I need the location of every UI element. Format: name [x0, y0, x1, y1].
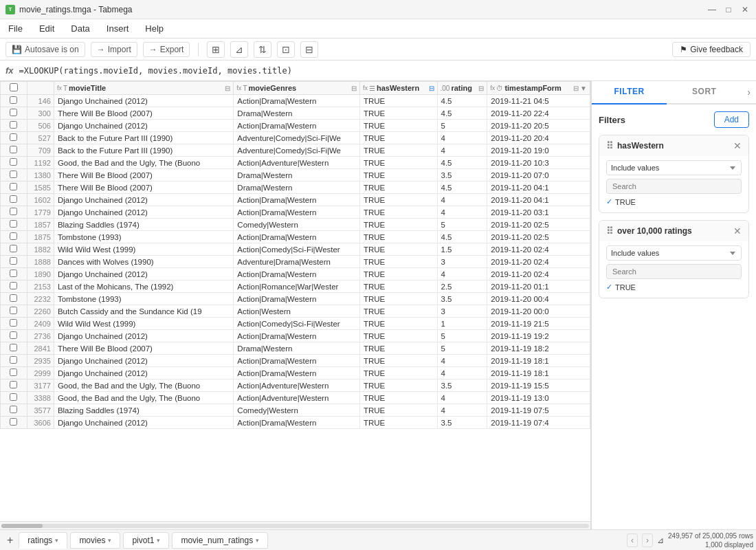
horizontal-scrollbar[interactable] — [0, 521, 590, 529]
haswestern-header[interactable]: fx ☰ hasWestern ⊟ — [359, 82, 437, 95]
row-checkbox[interactable] — [10, 307, 17, 314]
maximize-button[interactable]: □ — [723, 4, 734, 15]
rating-type-dot: .00 — [441, 85, 450, 92]
row-rating: 4 — [437, 268, 487, 280]
row-title: Good, the Bad and the Ugly, The (Buono — [54, 380, 233, 392]
filter-over10k-close-button[interactable]: ✕ — [733, 226, 742, 236]
export-button[interactable]: → Export — [143, 42, 190, 57]
sheet-tab-movies[interactable]: movies ▾ — [70, 532, 120, 549]
row-checkbox[interactable] — [10, 109, 17, 116]
row-checkbox[interactable] — [10, 319, 17, 327]
row-checkbox[interactable] — [10, 381, 17, 388]
sheet-tab-movie-num-ratings[interactable]: movie_num_ratings ▾ — [172, 532, 268, 549]
rating-filter-icon[interactable]: ⊟ — [478, 85, 484, 92]
row-checkbox[interactable] — [10, 133, 17, 141]
filter-over10k-type-select[interactable]: Include values — [606, 245, 742, 261]
menu-file[interactable]: File — [5, 22, 25, 35]
columns-button[interactable]: ⊞ — [207, 41, 225, 58]
filter-haswestern-search-input[interactable] — [606, 179, 742, 194]
row-checkbox[interactable] — [10, 183, 17, 190]
chart-button[interactable]: ⊟ — [300, 41, 318, 58]
filter-over10k-search-input[interactable] — [606, 264, 742, 279]
movietitle-filter-icon[interactable]: ⊟ — [225, 85, 230, 92]
filter-haswestern-drag-icon[interactable]: ⠿ — [606, 140, 613, 151]
row-checkbox[interactable] — [10, 356, 17, 364]
panel-tabs: FILTER SORT › — [592, 81, 756, 104]
filter-haswestern-value-label: TRUE — [615, 198, 636, 206]
sheet-tab-pivot1[interactable]: pivot1 ▾ — [123, 532, 169, 549]
menu-data[interactable]: Data — [68, 22, 92, 35]
minimize-button[interactable]: — — [707, 4, 718, 15]
moviegenres-filter-icon[interactable]: ⊟ — [351, 85, 357, 92]
row-title: There Will Be Blood (2007) — [54, 169, 233, 182]
row-checkbox[interactable] — [10, 406, 17, 413]
row-checkbox[interactable] — [10, 195, 17, 203]
close-button[interactable]: ✕ — [740, 4, 751, 15]
sheet-tab-ratings[interactable]: ratings ▾ — [19, 532, 67, 549]
row-checkbox[interactable] — [10, 121, 17, 129]
row-checkbox[interactable] — [10, 257, 17, 265]
add-filter-button[interactable]: Add — [714, 111, 749, 128]
row-checkbox[interactable] — [10, 245, 17, 252]
tabbar-next-button[interactable]: › — [642, 534, 653, 547]
table-row: 1888 Dances with Wolves (1990) Adventure… — [1, 256, 590, 268]
row-checkbox[interactable] — [10, 270, 17, 277]
formula-button[interactable]: ⊡ — [277, 41, 295, 58]
tab-filter[interactable]: FILTER — [592, 81, 667, 104]
import-button[interactable]: → Import — [91, 42, 137, 57]
row-checkbox[interactable] — [10, 331, 17, 339]
row-checkbox[interactable] — [10, 368, 17, 376]
moviegenres-header[interactable]: fx T movieGenres ⊟ — [234, 82, 360, 95]
row-genres: Action|Adventure|Western — [234, 392, 360, 404]
tab-sort[interactable]: SORT — [667, 81, 742, 103]
filter-button[interactable]: ⊿ — [230, 41, 248, 58]
timestamp-filter-icon[interactable]: ⊟ — [573, 85, 579, 92]
filter-haswestern-close-button[interactable]: ✕ — [733, 140, 742, 151]
formula-input[interactable] — [19, 66, 751, 76]
row-checkbox[interactable] — [10, 344, 17, 351]
row-checkbox[interactable] — [10, 146, 17, 153]
row-checkbox[interactable] — [10, 418, 17, 426]
sheet-tab-pivot1-label: pivot1 — [132, 536, 154, 545]
rating-header[interactable]: .00 rating ⊟ — [437, 82, 487, 95]
row-checkbox[interactable] — [10, 208, 17, 215]
row-rating: 4 — [437, 144, 487, 157]
row-haswestern: TRUE — [359, 293, 437, 305]
row-id: 1585 — [27, 182, 54, 194]
row-checkbox-cell — [1, 182, 27, 194]
panel-expand-button[interactable]: › — [742, 81, 756, 103]
row-rating: 4 — [437, 355, 487, 367]
row-haswestern: TRUE — [359, 182, 437, 194]
row-checkbox[interactable] — [10, 294, 17, 302]
scrollbar-thumb[interactable] — [1, 524, 43, 528]
row-id: 1875 — [27, 231, 54, 243]
filter-haswestern-type-select[interactable]: Include values — [606, 160, 742, 175]
autosave-button[interactable]: 💾 Autosave is on — [5, 42, 85, 57]
haswestern-filter-active-icon[interactable]: ⊟ — [429, 85, 434, 92]
haswestern-type-icon: ☰ — [369, 85, 375, 92]
select-all-header[interactable] — [1, 82, 27, 95]
select-all-checkbox[interactable] — [10, 83, 18, 91]
row-checkbox[interactable] — [10, 96, 17, 104]
row-checkbox[interactable] — [10, 170, 17, 178]
row-genres: Action|Drama|Western — [234, 268, 360, 280]
movietitle-header[interactable]: fx T movieTitle ⊟ — [54, 82, 233, 95]
row-checkbox[interactable] — [10, 232, 17, 240]
menu-insert[interactable]: Insert — [104, 22, 132, 35]
feedback-button[interactable]: ⚑ Give feedback — [672, 42, 751, 57]
table-wrapper[interactable]: fx T movieTitle ⊟ — [0, 81, 590, 521]
menu-edit[interactable]: Edit — [36, 22, 57, 35]
tabbar-prev-button[interactable]: ‹ — [627, 534, 638, 547]
table-container: fx T movieTitle ⊟ — [0, 81, 590, 521]
add-sheet-button[interactable]: + — [3, 531, 17, 549]
filter-over10k-drag-icon[interactable]: ⠿ — [606, 226, 613, 236]
menu-help[interactable]: Help — [142, 22, 166, 35]
row-rating: 4 — [437, 132, 487, 144]
row-checkbox[interactable] — [10, 393, 17, 401]
moviegenres-label: movieGenres — [248, 84, 296, 92]
sort-button[interactable]: ⇅ — [254, 41, 271, 58]
row-checkbox[interactable] — [10, 158, 17, 166]
row-checkbox[interactable] — [10, 282, 17, 289]
row-checkbox[interactable] — [10, 220, 17, 228]
timestamp-header[interactable]: fx ⏱ timestampForm ⊟ ▼ — [487, 82, 590, 95]
